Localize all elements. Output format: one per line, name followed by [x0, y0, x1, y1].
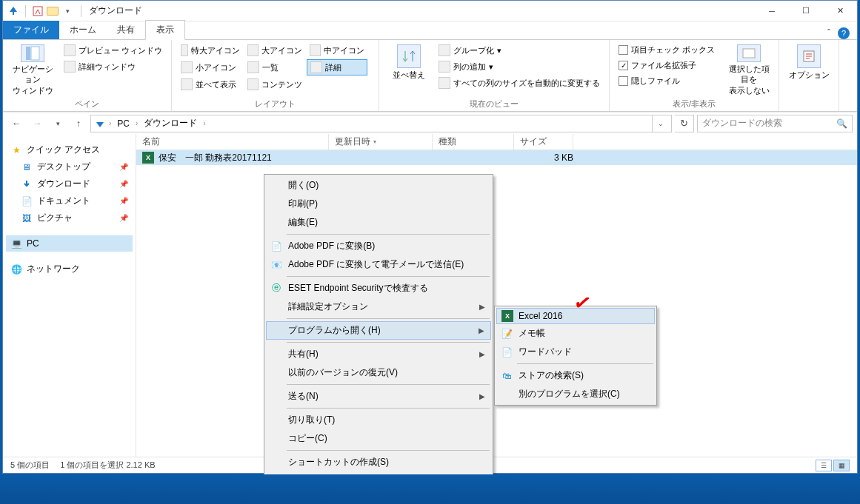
view-large-icon[interactable]: ▦ [833, 460, 850, 471]
ctx-print[interactable]: 印刷(P) [266, 195, 491, 213]
ctx-pdf-mail[interactable]: 📧Adobe PDF に変換して電子メールで送信(E) [266, 255, 491, 274]
layout-content[interactable]: コンテンツ [244, 77, 305, 92]
layout-list[interactable]: 一覧 [244, 59, 305, 75]
ctx-cut[interactable]: 切り取り(T) [266, 411, 491, 429]
forward-button[interactable]: → [28, 115, 46, 132]
sidebar-pc[interactable]: 💻PC [6, 235, 133, 252]
ctx-advanced-options[interactable]: 詳細設定オプション▶ [266, 298, 491, 316]
col-size[interactable]: サイズ [514, 134, 573, 149]
close-button[interactable]: ✕ [823, 1, 857, 21]
svg-rect-0 [13, 12, 14, 15]
item-checkboxes-toggle[interactable]: 項目チェック ボックス [616, 43, 718, 57]
ribbon: ナビゲーション ウィンドウ プレビュー ウィンドウ 詳細ウィンドウ ペイン 特大… [3, 40, 857, 111]
layout-lg[interactable]: 大アイコン [244, 43, 305, 58]
folder-icon[interactable] [47, 5, 59, 17]
pdf-icon: 📄 [270, 241, 282, 252]
search-icon: 🔍 [836, 118, 847, 129]
tab-share[interactable]: 共有 [107, 21, 145, 39]
ctx-open-with[interactable]: プログラムから開く(H)▶ [266, 321, 491, 340]
sidebar-documents[interactable]: 📄ドキュメント📌 [6, 192, 133, 209]
ctx-restore-versions[interactable]: 以前のバージョンの復元(V) [266, 363, 491, 382]
address-bar-row: ← → ▾ ↑ › PC › ダウンロード › ⌄ ↻ ダウンロードの検索 🔍 [3, 112, 857, 134]
refresh-button[interactable]: ↻ [675, 115, 694, 132]
nav-pane-button[interactable]: ナビゲーション ウィンドウ [9, 43, 56, 97]
recent-dropdown[interactable]: ▾ [49, 115, 67, 132]
sidebar-desktop[interactable]: 🖥デスクトップ📌 [6, 158, 133, 175]
ctx-send-to[interactable]: 送る(N)▶ [266, 387, 491, 406]
add-columns-button[interactable]: 列の追加 ▾ [436, 59, 603, 74]
minimize-button[interactable]: ─ [755, 1, 789, 21]
ctx-share[interactable]: 共有(H)▶ [266, 345, 491, 363]
options-button[interactable]: オプション [785, 43, 833, 99]
col-date[interactable]: 更新日時▾ [329, 134, 433, 149]
context-menu: 開く(O) 印刷(P) 編集(E) 📄Adobe PDF に変換(B) 📧Ado… [264, 174, 493, 504]
openwith-choose[interactable]: 別のプログラムを選択(C) [496, 385, 655, 403]
sort-button[interactable]: 並べ替え [385, 43, 433, 97]
layout-tile[interactable]: 並べて表示 [178, 77, 243, 92]
notepad-icon: 📝 [501, 328, 513, 340]
preview-pane-button[interactable]: プレビュー ウィンドウ [61, 43, 165, 58]
pin-icon: 📌 [119, 197, 128, 205]
submenu-arrow-icon: ▶ [479, 326, 484, 335]
tab-file[interactable]: ファイル [3, 21, 59, 39]
address-bar[interactable]: › PC › ダウンロード › ⌄ [90, 115, 672, 132]
layout-detail[interactable]: 詳細 [307, 59, 367, 75]
group-showhide-label: 表示/非表示 [616, 97, 773, 111]
up-button[interactable]: ↑ [70, 115, 87, 132]
maximize-button[interactable]: ☐ [789, 1, 823, 21]
open-with-submenu: XExcel 2016 📝メモ帳 📄ワードパッド 🛍ストアの検索(S) 別のプロ… [494, 306, 657, 406]
properties-icon[interactable] [32, 5, 44, 17]
address-dropdown[interactable]: ⌄ [652, 115, 668, 132]
view-details-icon[interactable]: ☰ [816, 460, 832, 471]
crumb-pc[interactable]: PC [114, 118, 133, 129]
help-icon[interactable]: ? [838, 27, 850, 39]
pin-icon: 📌 [119, 214, 128, 222]
tab-home[interactable]: ホーム [59, 21, 107, 39]
svg-rect-1 [33, 7, 42, 16]
layout-xl[interactable]: 特大アイコン [178, 43, 243, 58]
taskbar[interactable] [0, 474, 860, 504]
eset-icon: ⓔ [270, 283, 282, 295]
crumb-downloads[interactable]: ダウンロード [141, 117, 200, 130]
excel-app-icon: X [501, 310, 513, 322]
col-type[interactable]: 種類 [433, 134, 514, 149]
col-name[interactable]: 名前 [136, 134, 329, 149]
submenu-arrow-icon: ▶ [479, 392, 485, 400]
sidebar-quick-access[interactable]: ★クイック アクセス [6, 141, 133, 158]
ctx-open[interactable]: 開く(O) [266, 176, 491, 195]
group-current-label: 現在のビュー [385, 97, 603, 111]
file-size: 3 KB [521, 152, 573, 163]
openwith-wordpad[interactable]: 📄ワードパッド [496, 343, 655, 361]
autosize-button[interactable]: すべての列のサイズを自動的に変更する [436, 75, 603, 90]
qat-dropdown-icon[interactable]: ▾ [61, 5, 73, 17]
file-ext-toggle[interactable]: ✓ファイル名拡張子 [616, 58, 718, 73]
details-pane-button[interactable]: 詳細ウィンドウ [61, 59, 165, 74]
ctx-copy[interactable]: コピー(C) [266, 429, 491, 448]
file-row[interactable]: X 保安 一郎 勤務表20171121 3 KB [136, 150, 857, 165]
ctx-create-shortcut[interactable]: ショートカットの作成(S) [266, 453, 491, 471]
star-icon: ★ [10, 144, 22, 156]
ctx-pdf-convert[interactable]: 📄Adobe PDF に変換(B) [266, 237, 491, 255]
back-button[interactable]: ← [7, 115, 25, 132]
search-input[interactable]: ダウンロードの検索 🔍 [697, 115, 853, 132]
group-button[interactable]: グループ化 ▾ [436, 43, 603, 58]
pictures-icon: 🖼 [21, 212, 33, 224]
layout-sm[interactable]: 小アイコン [178, 59, 243, 75]
tab-view[interactable]: 表示 [145, 20, 185, 40]
sort-desc-icon: ▾ [373, 138, 376, 145]
sidebar-network[interactable]: 🌐ネットワーク [6, 261, 133, 278]
sidebar-pictures[interactable]: 🖼ピクチャ📌 [6, 209, 133, 226]
layout-md[interactable]: 中アイコン [307, 43, 367, 58]
hide-selected-button[interactable]: 選択した項目を 表示しない [725, 43, 773, 97]
sidebar-downloads[interactable]: ダウンロード📌 [6, 175, 133, 192]
ribbon-collapse-icon[interactable]: ˆ [827, 28, 830, 38]
submenu-arrow-icon: ▶ [479, 303, 485, 311]
openwith-store[interactable]: 🛍ストアの検索(S) [496, 366, 655, 385]
group-pane-label: ペイン [9, 97, 165, 111]
hidden-files-toggle[interactable]: 隠しファイル [616, 74, 718, 88]
openwith-notepad[interactable]: 📝メモ帳 [496, 324, 655, 343]
desktop-icon: 🖥 [21, 161, 33, 173]
svg-rect-3 [31, 47, 39, 60]
ctx-edit[interactable]: 編集(E) [266, 213, 491, 232]
ctx-eset[interactable]: ⓔESET Endpoint Securityで検査する [266, 279, 491, 298]
